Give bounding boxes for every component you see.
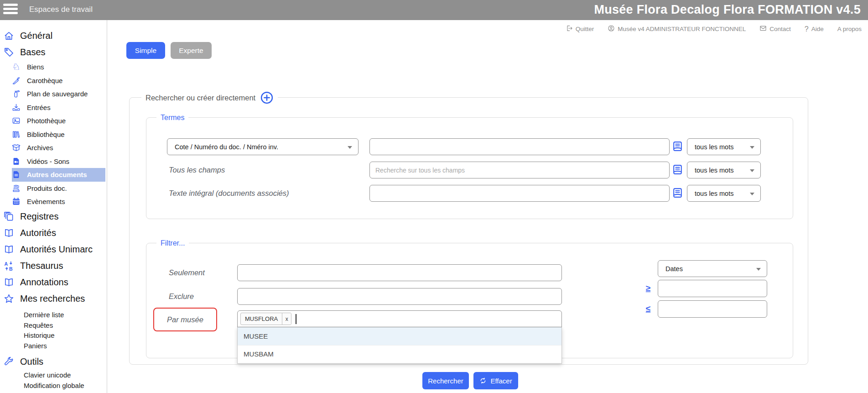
sidebar-item-entrees[interactable]: Entrées — [0, 101, 107, 115]
envelope-icon — [759, 25, 767, 33]
chevron-down-icon — [756, 268, 761, 273]
tous-les-champs-input[interactable] — [369, 162, 670, 178]
musee-chip-label: MUSFLORA — [241, 313, 282, 325]
tab-experte[interactable]: Experte — [171, 42, 212, 59]
sidebar-item-mes-recherches[interactable]: Mes recherches — [0, 291, 107, 307]
musee-chip: MUSFLORA x — [240, 313, 291, 325]
apropos-link[interactable]: A propos — [837, 26, 862, 32]
effacer-label: Effacer — [490, 377, 512, 385]
sidebar-item-autres-documents[interactable]: Autres documents — [12, 168, 105, 182]
sidebar-item-dedoublonnage[interactable]: Dédoublonnage — [0, 391, 107, 393]
sidebar-item-videos-sons[interactable]: Vidéos - Sons — [0, 155, 107, 168]
rechercher-label: Rechercher — [428, 377, 463, 385]
sidebar-item-thesaurus[interactable]: AB Thesaurus — [0, 258, 107, 274]
sidebar-item-produits-doc[interactable]: Produits doc. — [0, 182, 107, 195]
index-book-icon[interactable] — [672, 164, 683, 175]
par-musee-label: Par musée — [167, 315, 203, 324]
open-book-icon — [4, 228, 14, 238]
open-book-icon — [4, 277, 14, 288]
match-mode-select[interactable]: tous les mots — [687, 185, 761, 202]
chip-remove-icon[interactable]: x — [282, 313, 291, 325]
texte-integral-input[interactable] — [369, 185, 670, 202]
fire-extinguisher-icon — [12, 89, 21, 98]
exclure-label: Exclure — [169, 288, 194, 305]
sidebar-item-requetes[interactable]: Requêtes — [0, 320, 107, 330]
app-title: Musée Flora Decalog Flora FORMATION v4.5 — [594, 0, 861, 19]
cote-input[interactable] — [369, 138, 670, 155]
less-equal-symbol: ≤ — [640, 304, 656, 314]
contact-label: Contact — [769, 26, 791, 32]
date-from-input[interactable] — [658, 280, 767, 297]
index-book-icon[interactable] — [672, 187, 683, 199]
video-file-icon — [12, 157, 21, 166]
tag-icon — [4, 47, 14, 58]
document-icon — [12, 170, 21, 179]
par-musee-highlight-annotation: Par musée — [153, 308, 217, 331]
tab-simple[interactable]: Simple — [126, 42, 165, 59]
chevron-down-icon — [750, 193, 754, 198]
sidebar-item-plan-de-sauvegarde[interactable]: Plan de sauvegarde — [0, 87, 107, 101]
chevron-down-icon — [750, 169, 754, 174]
sidebar-item-autorites-unimarc[interactable]: Autorités Unimarc — [0, 241, 107, 258]
sidebar-item-annotations[interactable]: Annotations — [0, 274, 107, 291]
tous-les-champs-label: Tous les champs — [169, 162, 225, 178]
contact-link[interactable]: Contact — [759, 25, 791, 33]
plus-circle-icon[interactable] — [260, 91, 274, 105]
sidebar-item-autorites[interactable]: Autorités — [0, 225, 107, 241]
rechercher-button[interactable]: Rechercher — [422, 372, 469, 389]
sidebar-item-general[interactable]: Général — [0, 27, 107, 44]
sidebar-item-carotheque[interactable]: Carothèque — [0, 74, 107, 88]
sidebar-item-historique[interactable]: Historique — [0, 330, 107, 341]
user-account[interactable]: Musée v4 ADMINISTRATEUR FONCTIONNEL — [608, 25, 746, 33]
effacer-button[interactable]: Effacer — [473, 372, 518, 389]
sidebar-item-derniere-liste[interactable]: Dernière liste — [0, 310, 107, 320]
filtrer-legend: Filtrer... — [156, 239, 189, 248]
calendar-icon — [12, 197, 21, 206]
hamburger-menu-icon[interactable] — [3, 4, 19, 16]
user-label: Musée v4 ADMINISTRATEUR FONCTIONNEL — [618, 26, 746, 32]
aide-link[interactable]: ? Aide — [805, 25, 824, 33]
topbar: Espaces de travail Musée Flora Decalog F… — [0, 0, 868, 20]
search-panel-legend-label: Rechercher ou créer directement — [146, 94, 255, 102]
sidebar-item-clavier-unicode[interactable]: Clavier unicode — [0, 370, 107, 381]
dropdown-option-musee[interactable]: MUSEE — [238, 327, 561, 346]
text-cursor — [296, 314, 296, 324]
sidebar-item-evenements[interactable]: Evènements — [0, 195, 107, 209]
workspace-label[interactable]: Espaces de travail — [29, 0, 93, 19]
star-icon — [4, 293, 14, 304]
dropdown-option-musbam[interactable]: MUSBAM — [238, 346, 561, 364]
index-book-icon[interactable] — [672, 141, 683, 152]
chevron-down-icon — [348, 146, 352, 151]
termes-section: Termes Cote / Numéro du doc. / Nméro inv… — [146, 117, 793, 219]
match-mode-select[interactable]: tous les mots — [687, 138, 761, 155]
sidebar-item-biens[interactable]: ♘ Biens — [0, 60, 107, 74]
field-select[interactable]: Cote / Numéro du doc. / Nméro inv. — [167, 138, 359, 155]
sidebar-item-phototheque[interactable]: Photothèque — [0, 114, 107, 128]
inbox-download-icon — [12, 103, 21, 112]
sidebar-item-archives[interactable]: Archives — [0, 141, 107, 155]
match-mode-select[interactable]: tous les mots — [687, 162, 761, 178]
header-links: Quitter Musée v4 ADMINISTRATEUR FONCTION… — [566, 25, 862, 33]
date-to-input[interactable] — [658, 300, 767, 318]
quitter-label: Quitter — [576, 26, 594, 32]
sidebar-item-modification-globale[interactable]: Modification globale — [0, 380, 107, 391]
termes-legend: Termes — [156, 113, 188, 122]
quitter-link[interactable]: Quitter — [566, 25, 594, 33]
par-musee-dropdown: MUSEE MUSBAM — [237, 327, 562, 364]
filtrer-section: Filtrer... Seulement Exclure Par musée M… — [146, 243, 793, 358]
search-panel-legend: Rechercher ou créer directement — [141, 91, 278, 105]
seulement-input[interactable] — [237, 264, 562, 281]
texte-integral-label: Texte intégral (documents associés) — [169, 185, 289, 202]
svg-text:A: A — [4, 261, 8, 267]
sidebar-item-paniers[interactable]: Paniers — [0, 341, 107, 351]
open-box-icon — [12, 143, 21, 152]
sidebar-item-bibliotheque[interactable]: Bibliothèque — [0, 128, 107, 141]
home-icon — [4, 31, 14, 41]
sidebar-item-outils[interactable]: Outils — [0, 354, 107, 370]
exclure-input[interactable] — [237, 288, 562, 305]
dates-select[interactable]: Dates — [658, 260, 767, 277]
paper-stack-icon — [12, 184, 21, 193]
par-musee-tag-input[interactable]: MUSFLORA x — [237, 310, 562, 327]
sidebar-item-bases[interactable]: Bases — [0, 44, 107, 60]
sidebar-item-registres[interactable]: Registres — [0, 209, 107, 225]
